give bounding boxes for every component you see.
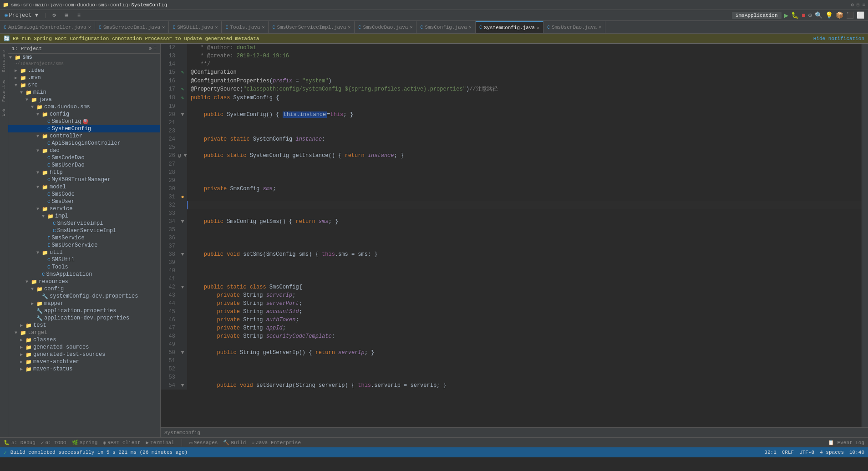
toolbar-btn1[interactable]: ⚙ <box>808 11 812 19</box>
bottom-tab-messages[interactable]: ✉ Messages <box>189 440 218 446</box>
side-tab-web[interactable]: Web <box>1 107 7 118</box>
tab-apilogin[interactable]: C ApiSmsLoginController.java ✕ <box>0 21 95 33</box>
tree-java[interactable]: ▼ 📁 java <box>8 96 160 103</box>
tree-smscode[interactable]: ▶ C SmsCode <box>8 191 160 198</box>
tree-smsuserservice[interactable]: ▶ I SmsUserService <box>8 242 160 249</box>
cursor-position[interactable]: 32:1 <box>764 450 776 455</box>
event-log-button[interactable]: 📋 Event Log <box>828 440 864 446</box>
tree-systemconfig-dev-prop[interactable]: ▶ 🔧 systemConfig-dev.properties <box>8 293 160 300</box>
menu-settings[interactable]: ⚙ <box>48 10 60 20</box>
stop-button[interactable]: ■ <box>802 12 805 19</box>
code-view[interactable]: 12 * @author: duolai 13 * @create: 2019-… <box>161 44 862 427</box>
tree-smsserviceimpl[interactable]: ▶ C SmsServiceImpl <box>8 220 160 227</box>
tree-mapper[interactable]: ▶ 📁 mapper <box>8 300 160 307</box>
tree-util[interactable]: ▼ 📁 util <box>8 249 160 256</box>
tab-tools[interactable]: C Tools.java ✕ <box>222 21 269 33</box>
bottom-tab-rest[interactable]: ◉ REST Client <box>103 440 140 446</box>
tree-smsuserserviceimpl[interactable]: ▶ C SmsUserServiceImpl <box>8 227 160 234</box>
tree-idea[interactable]: ▶ 📁 .idea <box>8 67 160 74</box>
breadcrumb-sms2[interactable]: sms <box>98 2 107 8</box>
breadcrumb-com[interactable]: com <box>65 2 74 8</box>
tree-model[interactable]: ▼ 📁 model <box>8 183 160 191</box>
editor-content[interactable]: 12 * @author: duolai 13 * @create: 2019-… <box>161 44 868 427</box>
tree-sms-root[interactable]: ▼ 📁 sms <box>8 54 160 61</box>
menu-more[interactable]: ≡ <box>73 10 85 20</box>
side-tab-structure[interactable]: Structure <box>1 48 7 74</box>
tree-smsapplication[interactable]: ▶ C SmsApplication <box>8 271 160 278</box>
tree-classes[interactable]: ▶ 📁 classes <box>8 336 160 344</box>
tree-resources[interactable]: ▼ 📁 resources <box>8 278 160 285</box>
tree-smsutil[interactable]: ▶ C SMSUtil <box>8 256 160 263</box>
tree-controller[interactable]: ▼ 📁 controller <box>8 132 160 140</box>
side-tab-favorites[interactable]: Favorites <box>1 78 7 104</box>
tree-generated-sources[interactable]: ▶ 📁 generated-sources <box>8 344 160 351</box>
toolbar-btn5[interactable]: ⬛ <box>846 11 854 19</box>
code-editor[interactable]: 12 * @author: duolai 13 * @create: 2019-… <box>161 44 868 437</box>
tree-app-dev-prop[interactable]: ▶ 🔧 application-dev.properties <box>8 314 160 322</box>
tree-dao[interactable]: ▼ 📁 dao <box>8 147 160 154</box>
tab-smscodedao[interactable]: C SmsCodeDao.java ✕ <box>355 21 416 33</box>
debug-button[interactable]: 🐛 <box>791 11 799 19</box>
hide-notification-button[interactable]: Hide notification <box>813 36 864 41</box>
tree-maven-status[interactable]: ▶ 📁 maven-status <box>8 365 160 373</box>
toolbar-btn3[interactable]: 💡 <box>825 11 833 19</box>
tab-smsutil[interactable]: C SMSUtil.java ✕ <box>169 21 222 33</box>
tree-smsuserdao[interactable]: ▶ C SmsUserDao <box>8 162 160 169</box>
breadcrumb-main[interactable]: main <box>35 2 47 8</box>
toolbar-btn2[interactable]: 🔍 <box>815 11 822 19</box>
tree-http[interactable]: ▼ 📁 http <box>8 169 160 176</box>
encoding[interactable]: UTF-8 <box>799 450 814 455</box>
toolbar-btn4[interactable]: 📦 <box>836 11 843 19</box>
toolbar-icon-gear[interactable]: ≡ <box>862 2 865 8</box>
tree-smsconfig[interactable]: ▶ C SmsConfig 🔍 <box>8 118 160 125</box>
bottom-tab-todo[interactable]: ✓ 6: TODO <box>41 440 66 446</box>
sidebar-collapse-btn[interactable]: ≡ <box>153 46 157 51</box>
menu-layout[interactable]: ⊞ <box>60 10 72 20</box>
tree-generated-test-sources[interactable]: ▶ 📁 generated-test-sources <box>8 351 160 358</box>
breadcrumb-config[interactable]: config <box>110 2 128 8</box>
tab-smsserviceimpl[interactable]: C SmsServiceImpl.java ✕ <box>95 21 169 33</box>
tree-service[interactable]: ▼ 📁 service <box>8 205 160 213</box>
breadcrumb-java[interactable]: java <box>50 2 62 8</box>
tab-smsconfig[interactable]: C SmsConfig.java ✕ <box>416 21 475 33</box>
tree-res-config[interactable]: ▼ 📁 config <box>8 285 160 293</box>
tree-mvn[interactable]: ▶ 📁 .mvn <box>8 74 160 81</box>
tree-systemconfig[interactable]: ▶ C SystemConfig <box>8 125 160 132</box>
bottom-tab-spring[interactable]: 🌿 Spring <box>72 440 98 446</box>
bottom-tab-terminal[interactable]: ▶ Terminal <box>146 440 174 446</box>
breadcrumb-sms[interactable]: sms <box>11 2 20 8</box>
indent[interactable]: 4 spaces <box>820 450 844 455</box>
tree-tools[interactable]: ▶ C Tools <box>8 263 160 271</box>
tab-systemconfig[interactable]: C SystemConfig.java ✕ <box>476 21 543 33</box>
run-button[interactable]: ▶ <box>784 11 789 20</box>
tree-src[interactable]: ▼ 📁 src <box>8 81 160 89</box>
bottom-tab-debug[interactable]: 🐛 5: Debug <box>4 440 36 446</box>
tree-smscodedao[interactable]: ▶ C SmsCodeDao <box>8 154 160 162</box>
editor-scrollbar[interactable] <box>862 44 868 427</box>
toolbar-icon-settings[interactable]: ⚙ <box>851 2 854 8</box>
menu-bar: ◉ Project ▼ | ⚙ ⊞ ≡ SmsApplication ▶ 🐛 ■… <box>0 10 868 21</box>
menu-project[interactable]: ◉ Project ▼ <box>0 10 43 20</box>
tree-impl[interactable]: ▼ 📁 impl <box>8 213 160 220</box>
line-ending[interactable]: CRLF <box>782 450 794 455</box>
sidebar-sync-btn[interactable]: ⚙ <box>149 46 152 51</box>
breadcrumb-duoduo[interactable]: duoduo <box>77 2 95 8</box>
tree-smsuser[interactable]: ▶ C SmsUser <box>8 198 160 205</box>
tree-myx509[interactable]: ▶ C MyX509TrustManager <box>8 176 160 183</box>
tree-app-prop[interactable]: ▶ 🔧 application.properties <box>8 307 160 314</box>
tree-maven-archiver[interactable]: ▶ 📁 maven-archiver <box>8 358 160 365</box>
tab-smsuserservice[interactable]: C SmsUserServiceImpl.java ✕ <box>269 21 355 33</box>
toolbar-icon-layout[interactable]: ⊞ <box>857 2 860 8</box>
tree-test[interactable]: ▶ 📁 test <box>8 322 160 329</box>
breadcrumb-src[interactable]: src <box>23 2 32 8</box>
tab-smsuserdao[interactable]: C SmsUserDao.java ✕ <box>543 21 605 33</box>
tree-smsservice[interactable]: ▶ I SmsService <box>8 234 160 242</box>
tree-apilogin[interactable]: ▶ C ApiSmsLoginController <box>8 140 160 147</box>
bottom-tab-javaenterprise[interactable]: ☕ Java Enterprise <box>251 440 301 446</box>
tree-config[interactable]: ▼ 📁 config <box>8 111 160 118</box>
toolbar-btn6[interactable]: ⬜ <box>857 11 864 19</box>
tree-com-duoduo-sms[interactable]: ▼ 📁 com.duoduo.sms <box>8 103 160 111</box>
tree-main[interactable]: ▼ 📁 main <box>8 89 160 96</box>
bottom-tab-build[interactable]: 🔨 Build <box>223 440 246 446</box>
tree-target[interactable]: ▼ 📁 target <box>8 329 160 336</box>
